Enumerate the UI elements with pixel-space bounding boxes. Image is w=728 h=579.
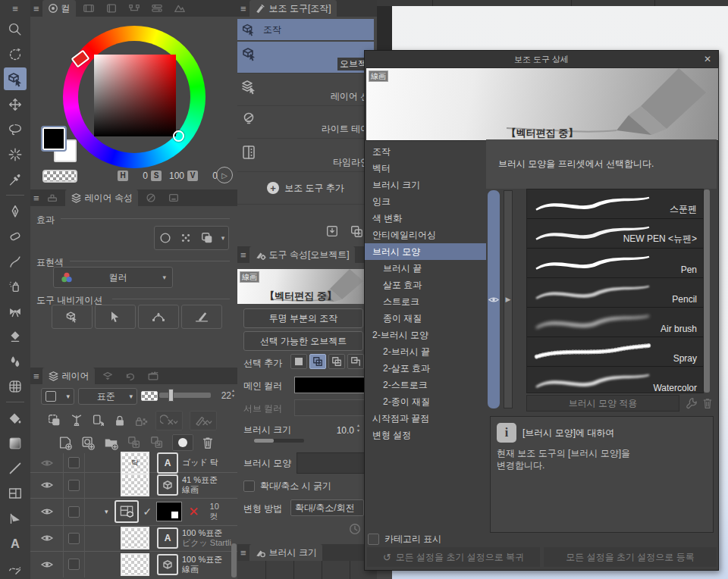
visibility-cell[interactable] bbox=[30, 498, 64, 525]
tool-pen[interactable] bbox=[0, 199, 30, 224]
select-multiply-mode[interactable] bbox=[347, 354, 364, 369]
tab-approximate-color[interactable] bbox=[170, 0, 190, 17]
tab-layer-property[interactable]: 레이어 속성 bbox=[65, 189, 138, 206]
tool-select-pen[interactable] bbox=[0, 556, 30, 579]
tool-frame[interactable] bbox=[0, 480, 30, 505]
category-toggle-row[interactable]: 카테고리 표시 bbox=[368, 533, 441, 546]
dialog-close-button[interactable]: ✕ bbox=[701, 53, 714, 65]
clip-to-layer-icon[interactable] bbox=[47, 413, 62, 428]
category-item[interactable]: 잉크 bbox=[365, 193, 486, 210]
category-item[interactable]: 2-종이 재질 bbox=[365, 393, 486, 410]
category-item[interactable]: 살포 효과 bbox=[365, 277, 486, 293]
palette-color-dropdown[interactable]: ▾ bbox=[41, 388, 74, 405]
tool-eyedropper[interactable] bbox=[0, 167, 30, 192]
transparent-operation-button[interactable]: 투명 부분의 조작 bbox=[243, 308, 363, 328]
selectable-object-button[interactable]: 선택 가능한 오브젝트 bbox=[243, 331, 363, 351]
tool-operation[interactable] bbox=[4, 67, 27, 90]
tool-gradient[interactable] bbox=[0, 430, 30, 455]
new-layer-icon[interactable] bbox=[58, 435, 73, 450]
brush-shape-row[interactable]: Watercolor bbox=[527, 367, 703, 396]
select-cell[interactable] bbox=[64, 472, 85, 498]
register-default-settings-button[interactable]: 모든 설정을 초기 설정으로 등록 bbox=[544, 547, 717, 567]
category-item[interactable]: 변형 설정 bbox=[365, 427, 486, 443]
tab-history[interactable] bbox=[121, 368, 140, 384]
brush-shape-row[interactable]: Pen bbox=[527, 249, 703, 278]
panel-menu-icon[interactable]: ≡ bbox=[33, 4, 39, 14]
select-subtract-mode[interactable] bbox=[328, 354, 345, 369]
transparent-color-chip[interactable] bbox=[42, 170, 77, 183]
layer-row[interactable]: 41 %표준線画 bbox=[30, 472, 237, 499]
tool-figure[interactable] bbox=[0, 455, 30, 480]
category-item[interactable]: 안티에일리어싱 bbox=[365, 227, 486, 243]
panel-menu-icon[interactable]: ≡ bbox=[240, 250, 246, 260]
visibility-cell[interactable] bbox=[30, 453, 64, 472]
select-cell[interactable] bbox=[64, 551, 85, 577]
subtool-group-operation[interactable]: 조작 bbox=[237, 19, 374, 41]
border-effect-icon[interactable] bbox=[158, 231, 172, 245]
brush-size-spinner[interactable]: ▴ ▾ bbox=[357, 423, 359, 433]
category-display-checkbox[interactable] bbox=[368, 534, 379, 545]
duplicate-plus-icon[interactable] bbox=[350, 224, 363, 238]
layer-row[interactable]: 100 %표준線画 bbox=[30, 551, 237, 577]
subtool-item-timeline[interactable]: 타임라인 bbox=[237, 139, 374, 172]
folder-color-swatch[interactable] bbox=[156, 502, 182, 521]
new-tone-layer-icon[interactable] bbox=[80, 435, 96, 450]
category-item[interactable]: 스트로크 bbox=[365, 293, 486, 310]
panel-menu-icon[interactable]: ≡ bbox=[240, 548, 246, 558]
draft-layer-toggle[interactable] bbox=[155, 411, 183, 430]
tool-fill[interactable] bbox=[0, 405, 30, 430]
toolnav-redraw-button[interactable] bbox=[181, 305, 222, 329]
layer-thumbnail[interactable] bbox=[121, 527, 149, 549]
tab-brush-size[interactable]: 브러시 크기 bbox=[249, 544, 322, 561]
tab-layers[interactable]: 레이어 bbox=[42, 368, 95, 384]
select-cell[interactable] bbox=[64, 453, 85, 472]
opacity-slider-thumb[interactable] bbox=[168, 389, 174, 402]
tool-airbrush[interactable] bbox=[0, 274, 30, 299]
panel-menu-icon[interactable]: ≡ bbox=[240, 4, 246, 14]
layer-checkbox[interactable] bbox=[68, 457, 80, 468]
toolnav-object-button[interactable] bbox=[52, 305, 93, 329]
brush-shape-row[interactable]: NEW PEN <뉴펜> bbox=[527, 219, 703, 249]
main-color-swatch[interactable] bbox=[294, 377, 366, 393]
select-new-mode[interactable] bbox=[290, 354, 307, 369]
toolbar-menu-button[interactable]: ≡ bbox=[0, 0, 30, 17]
tab-color-set[interactable] bbox=[102, 0, 121, 17]
brush-shape-row[interactable]: Air brush bbox=[527, 308, 703, 337]
tool-pattern[interactable] bbox=[0, 374, 30, 399]
layer-row[interactable]: A 100 %표준ビクッ Startli bbox=[30, 525, 237, 552]
layer-row[interactable]: 탁 A ゴッド 탁 bbox=[30, 453, 237, 473]
expression-color-dropdown[interactable]: 컬러 ▾ bbox=[53, 267, 173, 288]
thumbnail-pin-icon[interactable] bbox=[91, 413, 106, 428]
reset-all-settings-button[interactable]: ↺ 모든 설정을 초기 설정으로 복귀 bbox=[367, 547, 540, 567]
scale-thickness-row[interactable]: 확대/축소 시 굵기 bbox=[243, 480, 331, 493]
tool-lasso-select[interactable] bbox=[0, 117, 30, 142]
tool-auto-select[interactable] bbox=[0, 142, 30, 167]
tool-blend[interactable] bbox=[0, 349, 30, 374]
dialog-titlebar[interactable]: 보조 도구 상세 ✕ bbox=[365, 51, 718, 67]
layer-folder-row[interactable]: ▾ ✓ ✕ 10컷 bbox=[30, 498, 237, 526]
select-cell[interactable] bbox=[64, 498, 85, 525]
panel-menu-icon[interactable]: ≡ bbox=[33, 371, 39, 381]
tab-stamp[interactable] bbox=[42, 189, 62, 206]
color-history-button[interactable]: ▷ bbox=[216, 167, 233, 183]
category-item[interactable]: 2-살포 효과 bbox=[365, 360, 486, 377]
layer-mask-button[interactable] bbox=[172, 434, 193, 451]
layer-thumbnail[interactable] bbox=[121, 553, 149, 576]
tab-tool-property[interactable]: 도구 속성[오브젝트] bbox=[249, 246, 355, 263]
category-item[interactable]: 종이 재질 bbox=[365, 310, 486, 327]
indicator-strip[interactable] bbox=[488, 190, 500, 408]
onion-skin-icon[interactable] bbox=[69, 413, 84, 428]
category-item[interactable]: 조작 bbox=[365, 143, 486, 160]
tab-intermediate-color[interactable] bbox=[124, 0, 144, 17]
spin-down-icon[interactable]: ▾ bbox=[357, 428, 359, 433]
visibility-cell[interactable] bbox=[30, 525, 64, 551]
layer-checkbox[interactable] bbox=[68, 506, 80, 518]
spin-up-icon[interactable]: ▴ bbox=[357, 423, 359, 428]
tool-brush[interactable] bbox=[0, 249, 30, 274]
tab-color-wheel[interactable]: 컬 bbox=[42, 0, 76, 17]
trash-icon[interactable] bbox=[701, 396, 714, 410]
category-item-selected[interactable]: 브러시 모양 bbox=[365, 243, 486, 260]
category-item[interactable]: 브러시 끝 bbox=[365, 260, 486, 277]
select-add-mode[interactable] bbox=[309, 354, 326, 369]
tab-subtool[interactable]: 보조 도구[조작] bbox=[249, 0, 337, 17]
